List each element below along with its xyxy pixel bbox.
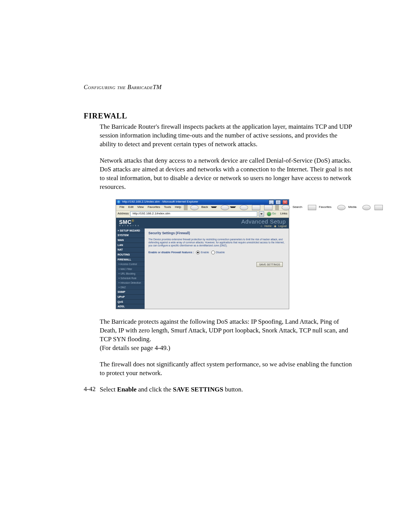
main-description: The Device provides extensive firewall p… (148, 238, 285, 247)
home-link[interactable]: Home (264, 225, 272, 228)
nav-mac-filter[interactable]: » MAC Filter (116, 267, 145, 272)
mail-icon (374, 205, 383, 210)
control-label: Enable or disable Firewall features : (148, 251, 194, 254)
menu-edit[interactable]: Edit (126, 205, 135, 209)
radio-disable[interactable]: Disable (211, 251, 225, 254)
media-button[interactable]: Media (335, 204, 360, 211)
titlebar: http://192.168.2.1/index.stm - Microsoft… (116, 200, 289, 205)
nav-nat[interactable]: NAT (116, 248, 145, 252)
nav-intrusion-detection[interactable]: » Intrusion Detection (116, 281, 145, 285)
stop-button[interactable] (238, 204, 250, 211)
address-value: http://192.168.2.1/index.stm (132, 212, 170, 216)
nav-qos[interactable]: QoS (116, 300, 145, 305)
forward-button[interactable] (219, 204, 238, 211)
home-icon (264, 205, 272, 210)
screenshot-ie-window: http://192.168.2.1/index.stm - Microsoft… (116, 199, 289, 309)
media-icon (337, 205, 346, 210)
nav-access-control[interactable]: » Access Control (116, 262, 145, 267)
nav-routing[interactable]: ROUTING (116, 252, 145, 257)
router-nav: » SETUP WIZARD SYSTEM WAN LAN NAT ROUTIN… (116, 228, 145, 309)
logout-link[interactable]: Logout (279, 225, 287, 228)
paragraph-3: The Barricade protects against the follo… (100, 318, 354, 353)
paragraph-4: The firewall does not significantly affe… (100, 360, 354, 378)
chevron-down-icon (230, 206, 236, 209)
back-button[interactable]: Back (188, 204, 219, 211)
minimize-button[interactable]: _ (269, 200, 274, 204)
ie-icon (117, 200, 121, 204)
search-icon (282, 205, 290, 210)
links-label[interactable]: Links (280, 212, 287, 216)
running-header: Configuring the BarricadeTM (84, 84, 354, 91)
menu-tools[interactable]: Tools (162, 205, 173, 209)
section-banner: Advanced Setup (241, 219, 286, 225)
forward-icon (221, 205, 229, 210)
menu-help[interactable]: Help (173, 205, 183, 209)
nav-schedule-rule[interactable]: » Schedule Rule (116, 276, 145, 281)
menu-favorites[interactable]: Favorites (146, 205, 162, 209)
home-button[interactable] (262, 204, 274, 211)
section-title: FIREWALL (84, 112, 354, 120)
nav-snmp[interactable]: SNMP (116, 290, 145, 295)
main-title: Security Settings (Firewall) (148, 232, 285, 235)
nav-firewall[interactable]: FIREWALL (116, 257, 145, 262)
nav-url-blocking[interactable]: » URL Blocking (116, 272, 145, 276)
save-settings-button[interactable]: SAVE SETTINGS (256, 262, 283, 267)
radio-enable[interactable]: Enable (196, 251, 209, 254)
nav-system[interactable]: SYSTEM (116, 233, 145, 238)
menu-view[interactable]: View (135, 205, 146, 209)
home-icon: ⌂ (261, 225, 262, 228)
menu-file[interactable]: File (118, 205, 126, 209)
address-input[interactable]: http://192.168.2.1/index.stm (130, 211, 257, 217)
nav-adsl[interactable]: ADSL (116, 304, 145, 309)
refresh-icon (252, 205, 260, 210)
paragraph-2: Network attacks that deny access to a ne… (100, 157, 354, 192)
router-header: SMC® N e t w o r k s Advanced Setup ⌂ Ho… (116, 218, 289, 228)
nav-dmz[interactable]: » DMZ (116, 285, 145, 290)
history-button[interactable] (360, 204, 373, 211)
nav-setup-wizard[interactable]: » SETUP WIZARD (116, 228, 145, 233)
favorites-button[interactable]: Favorites (306, 204, 335, 211)
paragraph-5: Select Enable and click the SAVE SETTING… (100, 385, 354, 394)
menubar: File Edit View Favorites Tools Help Back (116, 205, 289, 211)
page-number: 4-42 (84, 385, 96, 393)
chevron-down-icon (211, 206, 217, 209)
maximize-button[interactable]: □ (276, 200, 281, 204)
radio-icon (196, 251, 200, 254)
address-bar: Address http://192.168.2.1/index.stm Go … (116, 211, 289, 218)
nav-upnp[interactable]: UPnP (116, 295, 145, 300)
nav-wan[interactable]: WAN (116, 238, 145, 243)
back-icon (190, 205, 199, 210)
search-button[interactable]: Search (280, 204, 306, 211)
chevron-down-icon (260, 213, 263, 215)
go-button[interactable]: Go (266, 212, 277, 216)
address-dropdown[interactable] (259, 211, 264, 217)
stop-icon (240, 205, 248, 210)
paragraph-1: The Barricade Router's firewall inspects… (100, 123, 354, 149)
history-icon (362, 205, 371, 210)
window-title: http://192.168.2.1/index.stm - Microsoft… (122, 200, 198, 204)
brand-subtitle: N e t w o r k s (119, 225, 139, 227)
logout-icon: ◉ (274, 225, 276, 228)
address-label: Address (118, 212, 129, 216)
go-icon (267, 212, 271, 216)
refresh-button[interactable] (250, 204, 262, 211)
star-icon (308, 205, 316, 210)
mail-button[interactable] (373, 204, 385, 211)
router-main: Security Settings (Firewall) The Device … (145, 228, 289, 309)
radio-icon (211, 251, 215, 254)
close-button[interactable]: × (282, 200, 288, 204)
nav-lan[interactable]: LAN (116, 243, 145, 248)
